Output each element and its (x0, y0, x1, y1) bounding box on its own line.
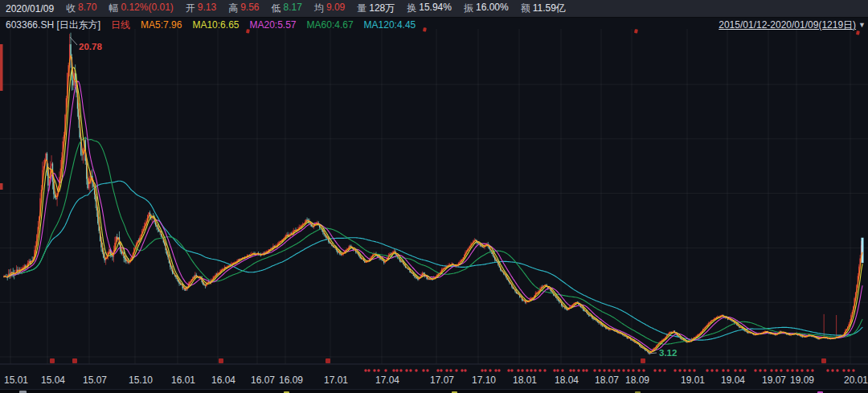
time-tick-label: 19.01 (681, 375, 705, 386)
time-axis: 15.0115.0415.0715.1016.0116.0416.0716.09… (0, 375, 868, 388)
chart-toolbar: 603366.SH [日出东方] 日线 MA5:7.96MA10:6.65MA2… (0, 18, 868, 31)
time-tick-label: 15.10 (129, 375, 153, 386)
time-tick-label: 16.07 (251, 375, 275, 386)
ma-legend-ma5: MA5:7.96 (141, 19, 182, 31)
time-tick-label: 19.09 (790, 375, 814, 386)
time-tick-label: 18.09 (625, 375, 649, 386)
quote-field: 量128万 (357, 2, 395, 15)
time-tick-label: 15.07 (83, 375, 107, 386)
svg-text:20.78: 20.78 (79, 42, 102, 51)
ma-legend: MA5:7.96MA10:6.65MA20:5.57MA60:4.67MA120… (141, 19, 416, 31)
date-range-selector[interactable]: 2015/01/12-2020/01/09(1219日) ▼ (719, 18, 866, 31)
quote-field: 换15.94% (407, 2, 452, 15)
quote-fields: 收8.70幅0.12%(0.01)开9.13高9.56低8.17均9.09量12… (66, 2, 566, 15)
lower-panel-edge (0, 389, 868, 393)
time-tick-label: 19.07 (762, 375, 786, 386)
time-tick-label: 16.09 (279, 375, 303, 386)
quote-field: 高9.56 (228, 2, 259, 15)
quote-field: 开9.13 (186, 2, 216, 15)
quote-field: 均9.09 (314, 2, 345, 15)
quote-field: 额11.59亿 (521, 2, 566, 15)
symbol-title: 603366.SH [日出东方] (6, 18, 100, 32)
time-tick-label: 18.01 (513, 375, 537, 386)
quote-field: 幅0.12%(0.01) (108, 2, 173, 15)
stock-chart-window: 2020/01/09 收8.70幅0.12%(0.01)开9.13高9.56低8… (0, 0, 868, 393)
time-tick-label: 15.04 (41, 375, 65, 386)
time-tick-label: 17.07 (430, 375, 454, 386)
period-daily-button[interactable]: 日线 (111, 18, 130, 32)
time-tick-label: 19.04 (721, 375, 745, 386)
ma-legend-ma60: MA60:4.67 (307, 19, 354, 31)
time-tick-label: 16.01 (171, 375, 195, 386)
time-tick-label: 17.04 (375, 375, 399, 386)
ma-legend-ma10: MA10:6.65 (192, 19, 239, 31)
time-tick-label: 16.04 (211, 375, 235, 386)
range-dropdown-triangle-icon[interactable]: ▼ (858, 22, 866, 29)
time-tick-label: 17.10 (472, 375, 496, 386)
time-tick-label: 17.01 (324, 375, 348, 386)
quote-field: 低8.17 (272, 2, 302, 15)
time-tick-label: 20.01 (844, 375, 868, 386)
quote-summary-bar: 2020/01/09 收8.70幅0.12%(0.01)开9.13高9.56低8… (0, 0, 868, 18)
candlestick-chart[interactable]: 20.783.12 (0, 17, 868, 389)
date-range-label[interactable]: 2015/01/12-2020/01/09(1219日) (719, 18, 856, 32)
ma-legend-ma20: MA20:5.57 (249, 19, 296, 31)
quote-field: 振16.00% (464, 2, 509, 15)
ma-legend-ma120: MA120:4.45 (364, 19, 416, 31)
time-tick-label: 15.01 (4, 375, 28, 386)
quote-date: 2020/01/09 (6, 3, 54, 14)
quote-field: 收8.70 (66, 2, 96, 15)
time-tick-label: 18.04 (555, 375, 579, 386)
time-tick-label: 18.07 (595, 375, 619, 386)
svg-text:3.12: 3.12 (659, 348, 677, 358)
